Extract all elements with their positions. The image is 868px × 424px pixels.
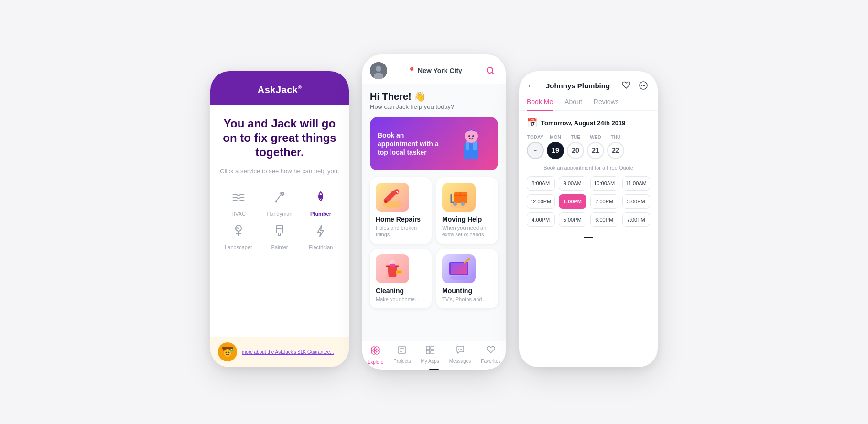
svg-point-50	[460, 349, 461, 350]
time-slot-600pm[interactable]: 6:00PM	[590, 212, 618, 227]
svg-point-22	[384, 200, 387, 203]
service-card-repairs[interactable]: Home Repairs Holes and broken things	[370, 177, 432, 244]
time-slot-300pm[interactable]: 3:00PM	[622, 194, 651, 209]
myapps-label: My Apps	[421, 359, 439, 364]
time-slot-1000am[interactable]: 10:00AM	[590, 176, 618, 191]
svg-point-31	[391, 259, 394, 262]
days-row: TODAY – MON 19 TUE 20 WED 21	[527, 135, 650, 159]
svg-rect-46	[431, 346, 434, 350]
service-item-painter[interactable]: Painter	[261, 221, 298, 250]
message-icon[interactable]	[637, 79, 650, 92]
onboarding-headline: You and Jack will go on to fix great thi…	[220, 117, 339, 159]
svg-rect-47	[426, 350, 430, 354]
mascot-avatar	[218, 342, 237, 361]
mon-number: 19	[547, 142, 564, 159]
nav-messages[interactable]: Messages	[449, 345, 471, 365]
nav-projects[interactable]: Projects	[393, 345, 411, 365]
day-today[interactable]: TODAY –	[527, 135, 544, 159]
service-item-landscaper[interactable]: Landscaper	[220, 221, 257, 250]
phone1-body: You and Jack will go on to fix great thi…	[210, 105, 349, 265]
time-slot-100pm[interactable]: 1:00PM	[559, 194, 587, 209]
svg-rect-33	[397, 271, 401, 273]
date-label: Tomorrow, August 24th 2019	[541, 119, 626, 127]
phones-container: AskJack® You and Jack will go on to fix …	[191, 26, 677, 398]
svg-point-54	[643, 85, 644, 86]
time-slot-900am[interactable]: 9:00AM	[559, 176, 587, 191]
brand-trademark: ®	[298, 85, 302, 90]
landscaper-label: Landscaper	[225, 244, 252, 250]
tue-number: 20	[567, 142, 584, 159]
wed-label: WED	[590, 135, 601, 140]
location-text: New York City	[418, 67, 462, 74]
messages-icon	[456, 345, 465, 357]
service-item-handyman[interactable]: Handyman	[261, 187, 298, 217]
nav-favorites[interactable]: Favorites	[481, 345, 500, 365]
nav-explore[interactable]: Explore	[367, 345, 383, 365]
service-card-mounting[interactable]: Mounting TV's, Photos and...	[436, 249, 498, 308]
greeting-text: Hi There! 👋	[370, 91, 498, 102]
tab-reviews[interactable]: Reviews	[594, 98, 619, 110]
cleaning-icon	[376, 254, 409, 283]
svg-point-30	[393, 261, 395, 263]
tab-book-me[interactable]: Book Me	[527, 98, 553, 110]
time-slot-200pm[interactable]: 2:00PM	[590, 194, 618, 209]
svg-point-42	[371, 350, 376, 354]
svg-point-1	[319, 195, 322, 198]
svg-point-53	[641, 85, 642, 86]
day-mon[interactable]: MON 19	[547, 135, 564, 159]
phone-main: 📍 New York City Hi There! 👋 How can Jack…	[362, 54, 506, 370]
time-slot-500pm[interactable]: 5:00PM	[559, 212, 587, 227]
day-thu[interactable]: THU 22	[607, 135, 624, 159]
phone2-header: 📍 New York City	[362, 54, 506, 84]
calendar-icon: 📅	[527, 117, 537, 128]
time-slot-700pm[interactable]: 7:00PM	[622, 212, 651, 227]
plumber-label: Plumber	[310, 211, 331, 217]
footer-guarantee-text[interactable]: more about the AskJack's $1K Guarantee..…	[242, 350, 334, 355]
phone2-body: Hi There! 👋 How can Jack help you today?…	[362, 84, 506, 341]
day-tue[interactable]: TUE 20	[567, 135, 584, 159]
mounting-title: Mounting	[442, 287, 492, 295]
moving-title: Moving Help	[442, 215, 492, 223]
explore-icon	[370, 345, 380, 358]
location-bar[interactable]: 📍 New York City	[408, 67, 462, 74]
service-item-hvac[interactable]: HVAC	[220, 187, 257, 217]
favorite-icon[interactable]	[619, 79, 633, 92]
bottom-navigation: Explore Projects	[362, 341, 506, 367]
search-button[interactable]	[483, 63, 498, 78]
service-item-plumber[interactable]: Plumber	[302, 187, 339, 217]
time-slot-800am[interactable]: 8:00AM	[527, 176, 555, 191]
svg-rect-28	[390, 264, 395, 267]
svg-point-19	[468, 135, 470, 137]
service-card-cleaning[interactable]: Cleaning Make your home...	[370, 249, 432, 308]
svg-point-55	[644, 85, 645, 86]
nav-myapps[interactable]: My Apps	[421, 345, 439, 365]
phone1-header: AskJack®	[210, 71, 349, 105]
svg-rect-48	[431, 350, 434, 354]
service-card-moving[interactable]: Moving Help When you need an extra set o…	[436, 177, 498, 244]
messages-label: Messages	[449, 359, 471, 364]
phone-onboarding: AskJack® You and Jack will go on to fix …	[210, 71, 349, 367]
user-avatar	[370, 62, 387, 79]
favorites-icon	[486, 345, 496, 357]
back-button[interactable]: ←	[527, 80, 536, 91]
tab-about[interactable]: About	[564, 98, 582, 110]
svg-point-26	[461, 202, 465, 206]
handyman-label: Handyman	[267, 211, 292, 217]
time-slot-1200pm[interactable]: 12:00PM	[527, 194, 555, 209]
time-slot-400pm[interactable]: 4:00PM	[527, 212, 555, 227]
time-slot-1100am[interactable]: 11:00AM	[622, 176, 651, 191]
promo-banner[interactable]: Book an appointment with a top local tas…	[370, 117, 498, 170]
repairs-title: Home Repairs	[376, 215, 426, 223]
svg-point-7	[226, 352, 227, 353]
hvac-label: HVAC	[231, 211, 246, 217]
svg-rect-16	[466, 141, 469, 150]
electrician-icon	[310, 221, 331, 242]
day-wed[interactable]: WED 21	[587, 135, 604, 159]
cleaning-title: Cleaning	[376, 287, 426, 295]
service-grid: HVAC Handyman	[220, 187, 339, 250]
painter-label: Painter	[271, 244, 288, 250]
phone-booking: ← Johnnys Plumbing	[519, 71, 658, 367]
painter-icon	[269, 221, 290, 242]
svg-point-49	[458, 349, 459, 350]
service-item-electrician[interactable]: Electrician	[302, 221, 339, 250]
